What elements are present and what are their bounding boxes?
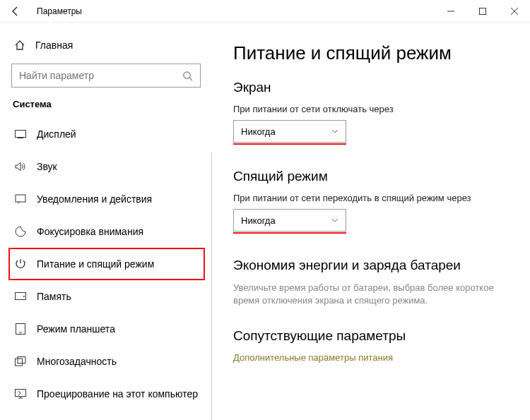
screen-timeout-value: Никогда — [241, 126, 276, 137]
home-label: Главная — [35, 40, 73, 51]
home-nav[interactable]: Главная — [8, 31, 212, 59]
nav-sound[interactable]: Звук — [8, 150, 212, 183]
focus-icon — [14, 226, 27, 237]
nav-display[interactable]: Дисплей — [8, 118, 212, 150]
search-icon — [182, 71, 193, 81]
sidebar-divider — [211, 152, 212, 420]
screen-timeout-select[interactable]: Никогда — [233, 120, 346, 143]
nav-notifications[interactable]: Уведомления и действия — [8, 183, 212, 215]
highlight-underline — [233, 143, 346, 145]
screen-heading: Экран — [233, 80, 509, 95]
svg-rect-13 — [16, 359, 23, 366]
multitask-icon — [14, 356, 27, 366]
sleep-label: При питании от сети переходить в спящий … — [233, 193, 509, 203]
nav-tablet[interactable]: Режим планшета — [8, 313, 212, 345]
nav-label: Режим планшета — [37, 323, 115, 335]
chevron-down-icon — [331, 129, 338, 133]
svg-point-4 — [184, 71, 190, 78]
chevron-down-icon — [331, 218, 338, 222]
svg-rect-1 — [479, 8, 485, 14]
nav-multitask[interactable]: Многозадачность — [8, 345, 212, 378]
nav-group-title: Система — [8, 95, 212, 118]
tablet-icon — [14, 323, 27, 335]
screen-label: При питании от сети отключать через — [233, 104, 509, 114]
content-area: Питание и спящий режим Экран При питании… — [212, 23, 530, 420]
nav-label: Фокусировка внимания — [37, 226, 143, 237]
svg-point-10 — [23, 296, 25, 297]
nav-projecting[interactable]: Проецирование на этот компьютер — [8, 378, 212, 410]
svg-line-5 — [189, 78, 192, 80]
page-title: Питание и спящий режим — [233, 42, 509, 64]
nav-label: Многозадачность — [37, 356, 117, 367]
minimize-button[interactable] — [435, 0, 466, 23]
window-title: Параметры — [31, 6, 82, 16]
title-bar: Параметры — [0, 0, 530, 23]
home-icon — [14, 40, 25, 51]
svg-rect-8 — [16, 195, 25, 202]
sleep-timeout-value: Никогда — [241, 215, 276, 226]
nav-power[interactable]: Питание и спящий режим — [8, 248, 205, 280]
related-heading: Сопутствующие параметры — [233, 328, 509, 344]
display-icon — [14, 130, 27, 138]
search-box[interactable] — [11, 64, 201, 88]
maximize-button[interactable] — [466, 0, 498, 23]
nav-label: Память — [37, 291, 71, 302]
nav-label: Звук — [37, 161, 57, 172]
nav-focus[interactable]: Фокусировка внимания — [8, 215, 212, 248]
battery-description: Увеличьте время работы от батареи, выбра… — [233, 282, 495, 307]
power-icon — [14, 258, 27, 270]
storage-icon — [14, 292, 27, 301]
nav-label: Питание и спящий режим — [37, 258, 154, 270]
search-input[interactable] — [19, 70, 182, 81]
battery-heading: Экономия энергии и заряда батареи — [233, 258, 509, 273]
nav-label: Проецирование на этот компьютер — [37, 388, 198, 400]
projecting-icon — [14, 389, 27, 399]
close-button[interactable] — [498, 0, 530, 23]
svg-rect-6 — [16, 131, 26, 138]
sound-icon — [14, 162, 27, 172]
nav-label: Уведомления и действия — [37, 193, 152, 205]
nav-storage[interactable]: Память — [8, 280, 212, 313]
nav-label: Дисплей — [37, 128, 76, 140]
sidebar: Главная Система Дисплей Звук — [0, 23, 212, 420]
highlight-underline — [233, 232, 346, 234]
sleep-timeout-select[interactable]: Никогда — [233, 209, 346, 232]
notifications-icon — [14, 194, 27, 204]
back-button[interactable] — [0, 6, 31, 17]
svg-rect-14 — [18, 357, 25, 364]
sleep-heading: Спящий режим — [233, 169, 509, 184]
additional-power-link[interactable]: Дополнительные параметры питания — [233, 352, 509, 363]
